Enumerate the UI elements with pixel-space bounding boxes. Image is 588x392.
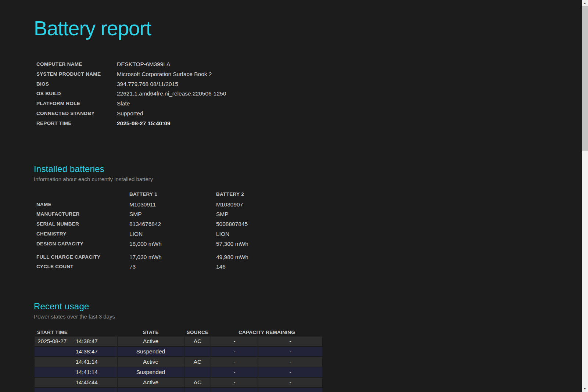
usage-capacity-percent: - [211,357,258,367]
usage-capacity-mwh: - [258,347,322,356]
system-info-row: CONNECTED STANDBY Supported [34,109,321,119]
usage-state: Active [118,357,184,367]
usage-table-row: 14:41:14 Active AC - - [35,357,322,367]
battery-2-full-charge-capacity: 49,980 mWh [216,252,321,262]
battery-table-header-row: BATTERY 1 BATTERY 2 [34,190,321,198]
computer-name-label: COMPUTER NAME [34,60,117,69]
usage-capacity-percent: - [211,337,258,346]
bios-label: BIOS [34,79,117,89]
computer-name-value: DESKTOP-6M399LA [117,60,321,69]
battery-2-chemistry: LION [216,229,321,239]
recent-usage-heading: Recent usage [34,301,321,312]
system-info-row: BIOS 394.779.768 08/11/2015 [34,79,321,89]
system-product-name-value: Microsoft Corporation Surface Book 2 [117,69,321,79]
usage-capacity-mwh [258,388,322,392]
battery-full-charge-capacity-label: FULL CHARGE CAPACITY [34,252,129,262]
usage-state: Suspended [118,367,184,377]
system-info-row: REPORT TIME 2025-08-27 15:40:09 [34,119,321,129]
recent-usage-subtitle: Power states over the last 3 days [34,313,321,320]
connected-standby-label: CONNECTED STANDBY [34,109,117,119]
scrollbar-thumb[interactable] [582,6,588,151]
usage-state [118,388,184,392]
vertical-scrollbar[interactable]: ▲ ▼ [582,0,588,392]
battery-2-cycle-count: 146 [216,262,321,272]
battery-2-name: M1030907 [216,200,321,210]
usage-table-row-partial [35,388,322,392]
installed-batteries-table: BATTERY 1 BATTERY 2 NAME M1030911 M10309… [34,190,321,272]
recent-usage-table: START TIME STATE SOURCE CAPACITY REMAINI… [34,328,323,392]
platform-role-value: Slate [117,99,321,109]
usage-table-header-row: START TIME STATE SOURCE CAPACITY REMAINI… [35,329,322,336]
system-info-row: PLATFORM ROLE Slate [34,99,321,109]
battery-name-label: NAME [34,200,129,210]
battery-chemistry-label: CHEMISTRY [34,229,129,239]
usage-source [184,388,211,392]
battery-1-serial-number: 8134676842 [129,219,216,229]
system-info-row: COMPUTER NAME DESKTOP-6M399LA [34,60,321,69]
usage-date: 2025-08-27 [37,338,67,345]
usage-capacity-percent [211,388,258,392]
usage-source [184,347,211,356]
usage-source: AC [184,337,211,346]
usage-capacity-percent: - [211,347,258,356]
system-product-name-label: SYSTEM PRODUCT NAME [34,69,117,79]
battery-1-design-capacity: 18,000 mWh [129,239,216,249]
battery-2-manufacturer: SMP [216,209,321,219]
usage-capacity-mwh: - [258,357,322,367]
state-column-header: STATE [118,329,184,336]
battery-table-row: SERIAL NUMBER 8134676842 5008807845 [34,219,321,229]
installed-batteries-subtitle: Information about each currently install… [34,176,321,182]
platform-role-label: PLATFORM ROLE [34,99,117,109]
installed-batteries-section: Installed batteries Information about ea… [34,164,321,272]
start-time-column-header: START TIME [35,329,117,336]
usage-capacity-percent: - [211,378,258,387]
bios-value: 394.779.768 08/11/2015 [117,79,321,89]
usage-source: AC [184,378,211,387]
battery-2-serial-number: 5008807845 [216,219,321,229]
battery-manufacturer-label: MANUFACTURER [34,209,129,219]
usage-time: 14:38:47 [76,338,98,345]
battery-2-design-capacity: 57,300 mWh [216,239,321,249]
battery-1-cycle-count: 73 [129,262,216,272]
os-build-value: 22621.1.amd64fre.ni_release.220506-1250 [117,89,321,99]
battery-1-name: M1030911 [129,200,216,210]
usage-table-row: 2025-08-2714:38:47 Active AC - - [35,337,322,346]
report-time-value: 2025-08-27 15:40:09 [117,119,321,129]
system-info-table: COMPUTER NAME DESKTOP-6M399LA SYSTEM PRO… [34,60,321,129]
battery-1-full-charge-capacity: 17,030 mWh [129,252,216,262]
scroll-up-icon[interactable]: ▲ [582,0,588,6]
recent-usage-section: Recent usage Power states over the last … [34,301,321,392]
battery-report-page: Battery report COMPUTER NAME DESKTOP-6M3… [34,16,321,392]
installed-batteries-heading: Installed batteries [34,164,321,174]
usage-time: 14:45:44 [76,379,98,386]
system-info-row: OS BUILD 22621.1.amd64fre.ni_release.220… [34,89,321,99]
usage-capacity-mwh: - [258,367,322,377]
usage-capacity-mwh: - [258,378,322,387]
system-info-row: SYSTEM PRODUCT NAME Microsoft Corporatio… [34,69,321,79]
report-time-label: REPORT TIME [34,119,117,129]
battery-table-row: CHEMISTRY LION LION [34,229,321,239]
battery-serial-number-label: SERIAL NUMBER [34,219,129,229]
usage-state: Active [118,378,184,387]
usage-capacity-mwh: - [258,337,322,346]
battery-table-row: MANUFACTURER SMP SMP [34,209,321,219]
scroll-down-icon[interactable]: ▼ [582,386,588,392]
battery-table-row: CYCLE COUNT 73 146 [34,262,321,272]
usage-table-row: 14:38:47 Suspended - - [35,347,322,356]
battery-cycle-count-label: CYCLE COUNT [34,262,129,272]
usage-time: 14:41:14 [76,369,98,375]
battery-table-row: FULL CHARGE CAPACITY 17,030 mWh 49,980 m… [34,252,321,262]
usage-source: AC [184,357,211,367]
battery-1-manufacturer: SMP [129,209,216,219]
battery-design-capacity-label: DESIGN CAPACITY [34,239,129,249]
usage-table-row: 14:45:44 Active AC - - [35,378,322,387]
usage-state: Active [118,337,184,346]
battery-1-column-header: BATTERY 1 [129,190,216,198]
connected-standby-value: Supported [117,109,321,119]
battery-table-row: DESIGN CAPACITY 18,000 mWh 57,300 mWh [34,239,321,249]
usage-time: 14:38:47 [76,348,98,355]
usage-state: Suspended [118,347,184,356]
usage-table-row: 14:41:14 Suspended - - [35,367,322,377]
page-title: Battery report [34,16,321,40]
battery-table-row: NAME M1030911 M1030907 [34,200,321,210]
